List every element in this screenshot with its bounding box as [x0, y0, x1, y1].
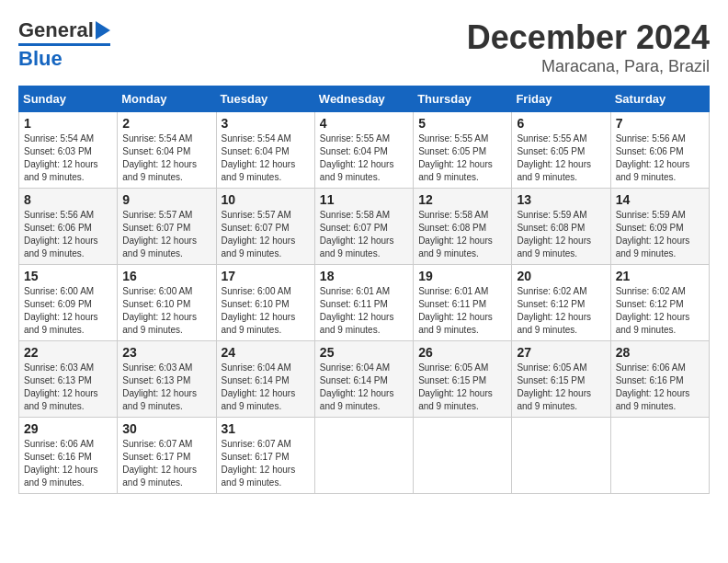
calendar-day-cell: 1 Sunrise: 5:54 AMSunset: 6:03 PMDayligh…: [19, 112, 118, 189]
header: General Blue December 2024 Maracana, Par…: [18, 18, 710, 76]
calendar-day-cell: 30 Sunrise: 6:07 AMSunset: 6:17 PMDaylig…: [118, 418, 216, 494]
day-info: Sunrise: 6:04 AMSunset: 6:14 PMDaylight:…: [222, 362, 296, 411]
calendar-header-row: SundayMondayTuesdayWednesdayThursdayFrid…: [19, 86, 710, 112]
calendar-day-cell: 18 Sunrise: 6:01 AMSunset: 6:11 PMDaylig…: [314, 265, 413, 341]
day-number: 18: [320, 269, 408, 283]
day-number: 7: [616, 116, 704, 131]
day-info: Sunrise: 5:54 AMSunset: 6:03 PMDaylight:…: [24, 133, 98, 182]
day-info: Sunrise: 6:01 AMSunset: 6:11 PMDaylight:…: [320, 286, 394, 335]
calendar-day-cell: 13 Sunrise: 5:59 AMSunset: 6:08 PMDaylig…: [512, 189, 610, 265]
calendar-table: SundayMondayTuesdayWednesdayThursdayFrid…: [18, 86, 710, 494]
day-info: Sunrise: 6:04 AMSunset: 6:14 PMDaylight:…: [320, 362, 394, 411]
calendar-day-cell: 3 Sunrise: 5:54 AMSunset: 6:04 PMDayligh…: [216, 112, 314, 189]
calendar-day-cell: 17 Sunrise: 6:00 AMSunset: 6:10 PMDaylig…: [216, 265, 314, 341]
calendar-day-cell: 24 Sunrise: 6:04 AMSunset: 6:14 PMDaylig…: [216, 341, 314, 418]
empty-cell: [610, 418, 709, 494]
title-area: December 2024 Maracana, Para, Brazil: [467, 18, 710, 76]
calendar-week-row: 1 Sunrise: 5:54 AMSunset: 6:03 PMDayligh…: [19, 112, 710, 189]
day-info: Sunrise: 5:55 AMSunset: 6:05 PMDaylight:…: [517, 133, 591, 182]
day-number: 9: [122, 192, 210, 207]
calendar-day-cell: 4 Sunrise: 5:55 AMSunset: 6:04 PMDayligh…: [314, 112, 413, 189]
day-info: Sunrise: 6:00 AMSunset: 6:10 PMDaylight:…: [122, 286, 197, 335]
calendar-day-cell: 8 Sunrise: 5:56 AMSunset: 6:06 PMDayligh…: [19, 189, 118, 265]
calendar-day-cell: 16 Sunrise: 6:00 AMSunset: 6:10 PMDaylig…: [118, 265, 216, 341]
day-info: Sunrise: 5:57 AMSunset: 6:07 PMDaylight:…: [122, 210, 197, 259]
day-number: 19: [418, 269, 506, 283]
day-info: Sunrise: 5:56 AMSunset: 6:06 PMDaylight:…: [616, 133, 690, 182]
logo-underline: [18, 43, 110, 46]
calendar-day-cell: 21 Sunrise: 6:02 AMSunset: 6:12 PMDaylig…: [610, 265, 709, 341]
day-number: 20: [517, 269, 605, 283]
logo-arrow-icon: [96, 21, 110, 40]
day-number: 1: [24, 116, 112, 131]
day-info: Sunrise: 6:07 AMSunset: 6:17 PMDaylight:…: [222, 439, 296, 488]
day-number: 4: [320, 116, 408, 131]
day-number: 3: [222, 116, 310, 131]
column-header-wednesday: Wednesday: [314, 86, 413, 112]
day-info: Sunrise: 6:00 AMSunset: 6:09 PMDaylight:…: [24, 286, 98, 335]
calendar-day-cell: 7 Sunrise: 5:56 AMSunset: 6:06 PMDayligh…: [610, 112, 709, 189]
day-number: 27: [517, 345, 605, 360]
column-header-thursday: Thursday: [414, 86, 512, 112]
day-number: 8: [24, 192, 112, 207]
empty-cell: [414, 418, 512, 494]
day-number: 28: [616, 345, 704, 360]
calendar-day-cell: 22 Sunrise: 6:03 AMSunset: 6:13 PMDaylig…: [19, 341, 118, 418]
day-number: 6: [517, 116, 605, 131]
day-info: Sunrise: 5:59 AMSunset: 6:08 PMDaylight:…: [517, 210, 591, 259]
day-info: Sunrise: 6:05 AMSunset: 6:15 PMDaylight:…: [418, 362, 493, 411]
calendar-day-cell: 25 Sunrise: 6:04 AMSunset: 6:14 PMDaylig…: [314, 341, 413, 418]
calendar-day-cell: 15 Sunrise: 6:00 AMSunset: 6:09 PMDaylig…: [19, 265, 118, 341]
day-number: 24: [222, 345, 310, 360]
day-number: 23: [122, 345, 210, 360]
day-info: Sunrise: 6:06 AMSunset: 6:16 PMDaylight:…: [24, 439, 98, 488]
day-number: 16: [122, 269, 210, 283]
calendar-day-cell: 27 Sunrise: 6:05 AMSunset: 6:15 PMDaylig…: [512, 341, 610, 418]
day-number: 31: [222, 421, 310, 436]
calendar-day-cell: 19 Sunrise: 6:01 AMSunset: 6:11 PMDaylig…: [414, 265, 512, 341]
calendar-day-cell: 6 Sunrise: 5:55 AMSunset: 6:05 PMDayligh…: [512, 112, 610, 189]
day-number: 30: [122, 421, 210, 436]
column-header-friday: Friday: [512, 86, 610, 112]
calendar-day-cell: 10 Sunrise: 5:57 AMSunset: 6:07 PMDaylig…: [216, 189, 314, 265]
day-info: Sunrise: 5:58 AMSunset: 6:08 PMDaylight:…: [418, 210, 493, 259]
calendar-day-cell: 2 Sunrise: 5:54 AMSunset: 6:04 PMDayligh…: [118, 112, 216, 189]
day-number: 17: [222, 269, 310, 283]
empty-cell: [314, 418, 413, 494]
day-info: Sunrise: 6:02 AMSunset: 6:12 PMDaylight:…: [616, 286, 690, 335]
day-info: Sunrise: 6:01 AMSunset: 6:11 PMDaylight:…: [418, 286, 493, 335]
calendar-week-row: 29 Sunrise: 6:06 AMSunset: 6:16 PMDaylig…: [19, 418, 710, 494]
day-info: Sunrise: 5:58 AMSunset: 6:07 PMDaylight:…: [320, 210, 394, 259]
day-number: 14: [616, 192, 704, 207]
day-number: 10: [222, 192, 310, 207]
calendar-day-cell: 5 Sunrise: 5:55 AMSunset: 6:05 PMDayligh…: [414, 112, 512, 189]
calendar-day-cell: 12 Sunrise: 5:58 AMSunset: 6:08 PMDaylig…: [414, 189, 512, 265]
day-info: Sunrise: 6:03 AMSunset: 6:13 PMDaylight:…: [122, 362, 197, 411]
day-number: 21: [616, 269, 704, 283]
calendar-day-cell: 9 Sunrise: 5:57 AMSunset: 6:07 PMDayligh…: [118, 189, 216, 265]
day-info: Sunrise: 5:56 AMSunset: 6:06 PMDaylight:…: [24, 210, 98, 259]
day-info: Sunrise: 6:00 AMSunset: 6:10 PMDaylight:…: [222, 286, 296, 335]
calendar-day-cell: 23 Sunrise: 6:03 AMSunset: 6:13 PMDaylig…: [118, 341, 216, 418]
day-info: Sunrise: 6:06 AMSunset: 6:16 PMDaylight:…: [616, 362, 690, 411]
day-info: Sunrise: 5:54 AMSunset: 6:04 PMDaylight:…: [122, 133, 197, 182]
logo-blue: Blue: [18, 47, 63, 71]
day-number: 15: [24, 269, 112, 283]
month-title: December 2024: [467, 18, 710, 57]
calendar-day-cell: 29 Sunrise: 6:06 AMSunset: 6:16 PMDaylig…: [19, 418, 118, 494]
day-info: Sunrise: 5:55 AMSunset: 6:04 PMDaylight:…: [320, 133, 394, 182]
calendar-day-cell: 11 Sunrise: 5:58 AMSunset: 6:07 PMDaylig…: [314, 189, 413, 265]
day-info: Sunrise: 5:59 AMSunset: 6:09 PMDaylight:…: [616, 210, 690, 259]
calendar-day-cell: 31 Sunrise: 6:07 AMSunset: 6:17 PMDaylig…: [216, 418, 314, 494]
calendar-day-cell: 28 Sunrise: 6:06 AMSunset: 6:16 PMDaylig…: [610, 341, 709, 418]
empty-cell: [512, 418, 610, 494]
day-number: 13: [517, 192, 605, 207]
day-info: Sunrise: 6:02 AMSunset: 6:12 PMDaylight:…: [517, 286, 591, 335]
calendar-week-row: 8 Sunrise: 5:56 AMSunset: 6:06 PMDayligh…: [19, 189, 710, 265]
column-header-tuesday: Tuesday: [216, 86, 314, 112]
calendar-day-cell: 14 Sunrise: 5:59 AMSunset: 6:09 PMDaylig…: [610, 189, 709, 265]
calendar-day-cell: 26 Sunrise: 6:05 AMSunset: 6:15 PMDaylig…: [414, 341, 512, 418]
day-number: 22: [24, 345, 112, 360]
day-number: 2: [122, 116, 210, 131]
day-number: 5: [418, 116, 506, 131]
